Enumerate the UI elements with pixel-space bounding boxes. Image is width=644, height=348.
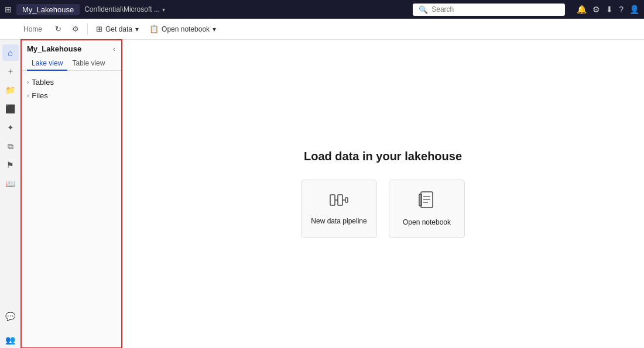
gear-icon[interactable]: ⚙ xyxy=(592,5,600,14)
explorer-collapse-button[interactable]: ‹ xyxy=(113,45,115,53)
svg-rect-2 xyxy=(338,195,342,205)
open-notebook-button[interactable]: 📋 Open notebook ▾ xyxy=(145,22,221,36)
sidebar-item-browse[interactable]: 📁 xyxy=(2,82,19,98)
explorer-header: My_Lakehouse ‹ xyxy=(21,40,121,57)
search-input[interactable] xyxy=(431,5,559,13)
breadcrumb-chevron-icon[interactable]: ▾ xyxy=(162,6,165,13)
grid-icon: ⊞ xyxy=(5,5,12,14)
notebook-card-label: Open notebook xyxy=(403,218,451,226)
sidebar-item-chat[interactable]: 💬 xyxy=(2,308,19,325)
explorer-panel: My_Lakehouse ‹ Lake view Table view › Ta… xyxy=(21,40,122,348)
toolbar-separator xyxy=(87,23,88,35)
search-icon: 🔍 xyxy=(419,5,428,14)
new-data-pipeline-card[interactable]: New data pipeline xyxy=(301,180,377,238)
get-data-button[interactable]: ⊞ Get data ▾ xyxy=(91,22,143,36)
sidebar-item-spark[interactable]: ✦ xyxy=(2,119,19,136)
get-data-label: Get data xyxy=(105,25,132,33)
download-icon[interactable]: ⬇ xyxy=(606,5,613,14)
load-data-title: Load data in your lakehouse xyxy=(304,150,462,163)
explorer-tabs: Lake view Table view xyxy=(21,57,121,71)
toolbar-settings-button[interactable]: ⚙ xyxy=(67,22,84,36)
sidebar-item-integrations[interactable]: ⧉ xyxy=(2,138,19,154)
open-notebook-chevron-icon: ▾ xyxy=(213,25,216,33)
sidebar-item-data[interactable]: ⬛ xyxy=(2,101,19,117)
left-sidebar: ⌂ ＋ 📁 ⬛ ✦ ⧉ ⚑ 📖 💬 👥 xyxy=(0,40,21,348)
refresh-icon: ↻ xyxy=(55,25,61,33)
content-area: Load data in your lakehouse New data pip… xyxy=(122,40,644,348)
open-notebook-card[interactable]: Open notebook xyxy=(389,180,465,238)
pipeline-card-label: New data pipeline xyxy=(311,217,366,225)
files-chevron-icon: › xyxy=(27,92,29,99)
tab-table-view[interactable]: Table view xyxy=(67,57,109,71)
app-title[interactable]: My_Lakehouse xyxy=(16,4,80,15)
get-data-table-icon: ⊞ xyxy=(96,25,102,33)
topbar-right-icons: 🔔 ⚙ ⬇ ? 👤 xyxy=(577,5,639,14)
toolbar: Home ↻ ⚙ ⊞ Get data ▾ 📋 Open notebook ▾ xyxy=(0,19,644,40)
svg-rect-6 xyxy=(419,194,422,206)
help-icon[interactable]: ? xyxy=(619,5,624,14)
sidebar-item-create[interactable]: ＋ xyxy=(2,63,19,80)
search-bar[interactable]: 🔍 xyxy=(413,4,565,16)
topbar: ⊞ My_Lakehouse Confidential\Microsoft ..… xyxy=(0,0,644,19)
open-notebook-label: Open notebook xyxy=(162,25,210,33)
tree-item-tables[interactable]: › Tables xyxy=(21,75,121,89)
sidebar-item-learn[interactable]: 📖 xyxy=(2,175,19,192)
sidebar-item-people[interactable]: 👥 xyxy=(2,332,19,348)
tree-item-tables-label: Tables xyxy=(32,78,54,87)
tree-item-files-label: Files xyxy=(32,91,47,100)
breadcrumb: Confidential\Microsoft ... ▾ xyxy=(84,5,165,13)
toolbar-settings-icon: ⚙ xyxy=(72,25,79,33)
main-layout: ⌂ ＋ 📁 ⬛ ✦ ⧉ ⚑ 📖 💬 👥 My_Lakehouse ‹ Lake … xyxy=(0,40,644,348)
refresh-button[interactable]: ↻ xyxy=(50,22,66,36)
open-notebook-icon: 📋 xyxy=(149,25,159,33)
svg-rect-4 xyxy=(345,198,348,202)
sidebar-item-metrics[interactable]: ⚑ xyxy=(2,157,19,173)
toolbar-home-breadcrumb: Home xyxy=(23,25,42,33)
tables-chevron-icon: › xyxy=(27,79,29,85)
sidebar-item-home[interactable]: ⌂ xyxy=(2,44,19,61)
explorer-tree: › Tables › Files xyxy=(21,71,121,348)
breadcrumb-text: Confidential\Microsoft ... xyxy=(84,5,160,13)
svg-rect-0 xyxy=(330,195,335,205)
get-data-chevron-icon: ▾ xyxy=(135,25,139,33)
user-icon[interactable]: 👤 xyxy=(629,5,639,14)
notebook-icon xyxy=(419,191,435,211)
tree-item-files[interactable]: › Files xyxy=(21,89,121,102)
pipeline-icon xyxy=(330,192,348,210)
action-cards-row: New data pipeline Open notebook xyxy=(301,180,465,238)
explorer-title: My_Lakehouse xyxy=(27,44,81,53)
bell-icon[interactable]: 🔔 xyxy=(577,5,587,14)
tab-lake-view[interactable]: Lake view xyxy=(27,57,67,71)
